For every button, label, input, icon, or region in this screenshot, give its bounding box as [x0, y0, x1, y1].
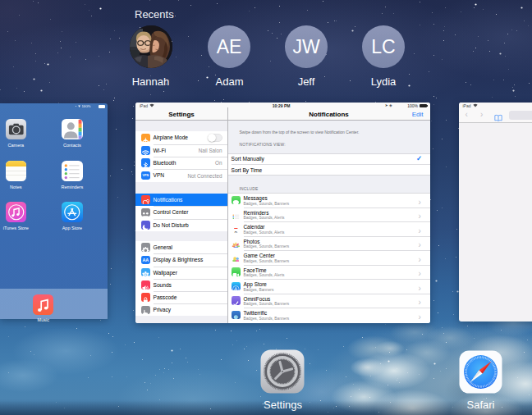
svg-text:9: 9	[235, 230, 238, 233]
